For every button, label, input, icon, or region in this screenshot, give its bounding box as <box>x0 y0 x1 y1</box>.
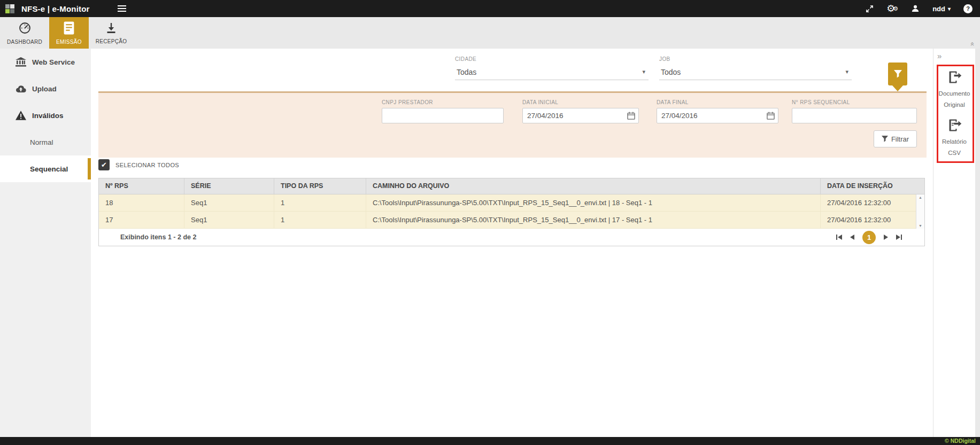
topbar-actions: ⚙⚙ ndd ▾ ? <box>866 4 973 13</box>
cnpj-label: CNPJ PRESTADOR <box>382 99 504 105</box>
hamburger-menu-icon[interactable] <box>115 3 128 14</box>
first-page-button[interactable] <box>836 235 842 240</box>
calendar-icon[interactable] <box>627 112 635 121</box>
funnel-icon <box>894 70 902 78</box>
table-row[interactable]: 18 Seq1 1 C:\Tools\Input\Pirassununga-SP… <box>99 194 924 212</box>
caret-down-icon: ▾ <box>948 6 951 12</box>
filter-panel: CNPJ PRESTADOR DATA INICIAL <box>98 91 927 158</box>
export-panel: » Documento Original Relatório CSV <box>933 49 975 437</box>
sidebar-subitem-sequencial[interactable]: Sequencial <box>0 155 91 182</box>
rps-sequencial-label: N° RPS SEQUENCIAL <box>792 99 917 105</box>
rps-sequencial-input[interactable] <box>792 108 917 123</box>
pagination: 1 <box>836 231 924 244</box>
copyright-text: © NDDigital <box>945 438 976 444</box>
export-document-icon <box>947 70 962 84</box>
sidebar-item-label: Upload <box>32 85 57 93</box>
caret-down-icon: ▾ <box>845 68 848 75</box>
tab-dashboard-label: DASHBOARD <box>7 39 42 45</box>
filter-toggle-button[interactable] <box>888 63 907 85</box>
sidebar-subitem-label: Sequencial <box>30 165 68 173</box>
cnpj-field: CNPJ PRESTADOR <box>382 99 504 123</box>
tab-recepcao-label: RECEPÇÃO <box>96 38 127 44</box>
warning-icon <box>15 111 27 120</box>
header-spacer <box>917 178 924 194</box>
select-all-row: ✔ SELECIONAR TODOS <box>98 159 179 170</box>
table-header-row: Nº RPS SÉRIE TIPO DA RPS CAMINHO DO ARQU… <box>99 178 924 194</box>
job-value: Todos <box>661 68 845 76</box>
main-content: CIDADE Todas ▾ JOB Todos ▾ CNPJ PRESTADO… <box>91 49 933 437</box>
filtrar-button-label: Filtrar <box>891 135 909 143</box>
settings-gears-icon[interactable]: ⚙⚙ <box>886 4 898 13</box>
column-header-tipo[interactable]: TIPO DA RPS <box>274 178 366 194</box>
export-label: CSV <box>948 147 961 159</box>
caret-down-icon: ▾ <box>642 68 645 75</box>
collapse-panel-icon[interactable]: » <box>937 52 942 60</box>
gauge-icon <box>18 21 32 36</box>
sidebar-item-label: Web Service <box>32 58 75 66</box>
export-label: Relatório <box>942 136 967 147</box>
tab-dashboard[interactable]: DASHBOARD <box>0 17 49 49</box>
export-label: Original <box>944 99 965 111</box>
filter-panel-pointer <box>892 85 903 91</box>
tab-emissao[interactable]: EMISSÃO <box>49 17 89 49</box>
column-header-data[interactable]: DATA DE INSERÇÃO <box>821 178 917 194</box>
cloud-upload-icon <box>15 84 27 93</box>
cidade-field: CIDADE Todas ▾ <box>455 56 649 80</box>
cell-serie: Seq1 <box>184 212 274 228</box>
filtrar-button[interactable]: Filtrar <box>874 130 917 147</box>
column-header-rps[interactable]: Nº RPS <box>99 178 184 194</box>
table-body: 18 Seq1 1 C:\Tools\Input\Pirassununga-SP… <box>99 194 924 229</box>
bank-icon <box>15 57 27 67</box>
sidebar-item-invalidos[interactable]: Inválidos <box>0 102 91 129</box>
calendar-icon[interactable] <box>767 112 775 121</box>
column-header-caminho[interactable]: CAMINHO DO ARQUIVO <box>366 178 821 194</box>
job-field: JOB Todos ▾ <box>659 56 852 80</box>
last-page-button[interactable] <box>896 235 902 240</box>
topbar: NFS-e | e-Monitor ⚙⚙ ndd ▾ ? <box>0 0 980 17</box>
results-table: Nº RPS SÉRIE TIPO DA RPS CAMINHO DO ARQU… <box>98 178 925 246</box>
relatorio-csv-button[interactable]: Relatório CSV <box>933 118 975 159</box>
cell-rps: 17 <box>99 212 184 228</box>
fullscreen-icon[interactable] <box>866 5 874 13</box>
funnel-icon <box>882 136 888 142</box>
sidebar-subitem-normal[interactable]: Normal <box>0 129 91 155</box>
user-icon[interactable] <box>911 4 920 13</box>
next-page-button[interactable] <box>884 235 888 240</box>
current-page-indicator[interactable]: 1 <box>862 231 876 244</box>
sidebar-item-label: Inválidos <box>32 112 64 120</box>
documento-original-button[interactable]: Documento Original <box>933 70 975 111</box>
scroll-up-icon[interactable]: ▲ <box>919 196 922 199</box>
data-final-input[interactable] <box>657 108 778 123</box>
table-row[interactable]: 17 Seq1 1 C:\Tools\Input\Pirassununga-SP… <box>99 212 924 229</box>
data-final-field: DATA FINAL <box>657 99 778 123</box>
help-icon[interactable]: ? <box>963 4 973 13</box>
data-inicial-field: DATA INICIAL <box>522 99 639 123</box>
sidebar-item-upload[interactable]: Upload <box>0 75 91 102</box>
tab-bar: DASHBOARD EMISSÃO RECEPÇÃO » <box>0 17 980 49</box>
collapse-toolbar-icon[interactable]: » <box>968 42 975 46</box>
app-window: NFS-e | e-Monitor ⚙⚙ ndd ▾ ? <box>0 0 980 445</box>
table-scrollbar[interactable]: ▲ ▼ <box>916 194 924 229</box>
job-select[interactable]: Todos ▾ <box>659 64 852 80</box>
cell-tipo: 1 <box>274 212 366 228</box>
cidade-select[interactable]: Todas ▾ <box>455 64 649 80</box>
user-menu[interactable]: ndd ▾ <box>932 5 951 13</box>
sidebar-item-web-service[interactable]: Web Service <box>0 49 91 75</box>
select-all-checkbox[interactable]: ✔ <box>98 159 110 170</box>
rps-sequencial-field: N° RPS SEQUENCIAL <box>792 99 917 123</box>
document-icon <box>63 21 75 36</box>
previous-page-button[interactable] <box>850 235 854 240</box>
tab-recepcao[interactable]: RECEPÇÃO <box>89 17 134 49</box>
cell-data: 27/04/2016 12:32:00 <box>821 194 917 211</box>
cell-data: 27/04/2016 12:32:00 <box>821 212 917 228</box>
column-header-serie[interactable]: SÉRIE <box>184 178 274 194</box>
data-inicial-input[interactable] <box>522 108 639 123</box>
cidade-value: Todas <box>457 68 642 76</box>
cell-caminho: C:\Tools\Input\Pirassununga-SP\5.00\TXT\… <box>366 194 821 211</box>
scroll-down-icon[interactable]: ▼ <box>919 224 922 228</box>
job-label: JOB <box>659 56 852 62</box>
tab-emissao-label: EMISSÃO <box>56 39 82 45</box>
cnpj-input[interactable] <box>382 108 504 123</box>
cell-rps: 18 <box>99 194 184 211</box>
table-footer: Exibindo itens 1 - 2 de 2 1 <box>99 229 924 246</box>
